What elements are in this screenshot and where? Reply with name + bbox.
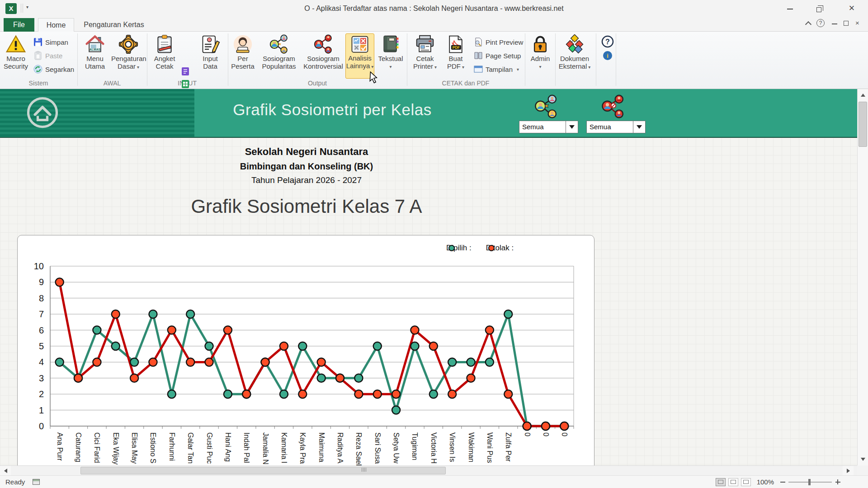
input-data-label: Input Data [196, 55, 224, 70]
mouse-cursor [368, 71, 380, 84]
page-setup-icon [474, 51, 483, 60]
restore-button[interactable] [806, 0, 832, 17]
filter-dipilih-value[interactable]: Semua [519, 121, 566, 133]
svg-text:9: 9 [39, 277, 44, 287]
scroll-up-button[interactable] [858, 89, 868, 101]
angket-cetak-button[interactable]: Angket Cetak [150, 33, 179, 79]
pin-ribbon-icon[interactable] [806, 20, 811, 26]
tab-pengaturan-kertas[interactable]: Pengaturan Kertas [77, 18, 151, 32]
pint-preview-button[interactable]: Pint Preview [474, 36, 523, 48]
menu-utama-button[interactable]: ALMAS Menu Utama [80, 33, 109, 79]
macro-security-button[interactable]: Macro Security [2, 33, 30, 79]
home-icon: ALMAS [85, 34, 105, 54]
ribbon-info-icon[interactable]: i [603, 51, 613, 62]
per-peserta-button[interactable]: Per Peserta [230, 33, 256, 79]
group-divider [228, 33, 228, 86]
vertical-scrollbar[interactable] [857, 89, 868, 465]
view-page-break-button[interactable] [741, 478, 751, 486]
svg-text:Wani Pus: Wani Pus [486, 432, 494, 463]
home-nav-icon[interactable] [26, 96, 59, 131]
segarkan-label: Segarkan [45, 66, 74, 73]
buat-pdf-button[interactable]: PDF Buat PDF [442, 33, 469, 79]
book-icon [380, 34, 401, 54]
horizontal-scrollbar[interactable] [0, 465, 857, 475]
save-icon [33, 38, 42, 47]
tab-file[interactable]: File [4, 18, 34, 32]
close-button[interactable]: × [835, 0, 868, 17]
group-divider [555, 33, 556, 86]
svg-text:?: ? [605, 38, 610, 46]
macro-security-label: Macro Security [2, 55, 30, 70]
form-icon[interactable] [181, 67, 190, 76]
view-normal-button[interactable] [716, 478, 726, 486]
simpan-button[interactable]: Simpan [33, 36, 68, 48]
view-page-layout-button[interactable] [728, 478, 738, 486]
minimize-button[interactable] [777, 0, 803, 17]
scroll-right-button[interactable] [843, 466, 854, 476]
workbook-minimize-icon[interactable] [832, 23, 837, 24]
tampilan-label: Tampilan [486, 66, 513, 73]
svg-text:4: 4 [39, 357, 44, 367]
admin-button[interactable]: Admin [527, 33, 553, 79]
admin-label: Admin [527, 55, 553, 70]
ribbon-help-icon[interactable]: ? [601, 35, 614, 50]
svg-text:1: 1 [39, 405, 44, 415]
pint-preview-label: Pint Preview [486, 38, 523, 46]
paste-button[interactable]: Paste [33, 50, 62, 61]
vertical-scroll-thumb[interactable] [859, 102, 867, 147]
macro-record-icon[interactable] [33, 479, 40, 485]
page-setup-button[interactable]: Page Setup [474, 50, 521, 61]
filter-dipilih-dropdown-button[interactable] [566, 121, 578, 133]
pengaturan-dasar-button[interactable]: Pengaturan Dasar [111, 33, 146, 79]
filter-ditolak-value[interactable]: Semua [586, 121, 633, 133]
paste-icon [33, 51, 42, 60]
tampilan-button[interactable]: Tampilan [474, 63, 519, 75]
svg-text:Eka Wijay: Eka Wijay [112, 432, 120, 465]
simpan-label: Simpan [45, 38, 68, 46]
network-diagram-icon [564, 34, 585, 54]
svg-text:Estiono S: Estiono S [149, 432, 157, 463]
tekstual-button[interactable]: Tekstual [376, 33, 405, 79]
cetak-printer-label: Cetak Printer [410, 55, 440, 71]
horizontal-scroll-thumb[interactable] [80, 467, 446, 474]
sosiogram-popularitas-button[interactable]: Sosiogram Popularitas [257, 33, 301, 79]
workbook-restore-icon[interactable] [844, 21, 849, 26]
zoom-out-icon[interactable] [780, 482, 785, 483]
dokumen-eksternal-label: Dokumen Eksternal [556, 55, 593, 71]
filter-ditolak-dropdown-button[interactable] [633, 121, 646, 133]
group-label-awal: AWAL [85, 80, 139, 87]
ribbon-tab-row: File Home Pengaturan Kertas [0, 17, 868, 32]
scroll-down-button[interactable] [858, 453, 868, 465]
sosiogram-kontroversial-button[interactable]: Sosiogram Kontroversial [302, 33, 344, 79]
tab-home[interactable]: Home [38, 18, 74, 32]
dokumen-eksternal-button[interactable]: Dokumen Eksternal [556, 33, 593, 79]
segarkan-button[interactable]: Segarkan [33, 63, 74, 75]
svg-text:Hani Ang: Hani Ang [224, 432, 232, 462]
zoom-level[interactable]: 100% [753, 478, 774, 486]
scroll-left-button[interactable] [0, 466, 11, 476]
input-data-button[interactable]: Input Data [196, 33, 224, 79]
zoom-slider-thumb[interactable] [808, 479, 811, 485]
svg-text:Ana Purr: Ana Purr [56, 432, 64, 461]
pengaturan-dasar-label: Pengaturan Dasar [111, 55, 146, 71]
clipboard-icon [154, 34, 175, 54]
analisis-lainnya-label: Analisis Lainnya [346, 54, 374, 70]
group-divider [407, 33, 407, 86]
title-bar: X ▾ O - Aplikasi Terdaftar atas nama : S… [0, 0, 868, 17]
pdf-icon: PDF [445, 34, 466, 54]
svg-text:Zulfa Per: Zulfa Per [505, 432, 512, 462]
sheet-icon[interactable] [181, 80, 190, 89]
svg-text:0: 0 [39, 421, 44, 431]
workbook-close-icon[interactable]: × [855, 19, 859, 27]
help-icon[interactable]: ? [816, 19, 825, 27]
arrow-down-icon [861, 458, 865, 461]
cetak-printer-button[interactable]: Cetak Printer [410, 33, 440, 79]
svg-text:Kayla Pra: Kayla Pra [299, 432, 307, 464]
sociogram-icon [269, 34, 289, 54]
gear-icon [118, 34, 139, 54]
svg-text:ALMAS: ALMAS [90, 48, 101, 51]
scroll-grip-icon[interactable] [362, 468, 366, 472]
arrow-up-icon [861, 94, 865, 97]
svg-text:Caturang: Caturang [75, 432, 82, 462]
svg-text:Galar Tan: Galar Tan [187, 432, 194, 464]
